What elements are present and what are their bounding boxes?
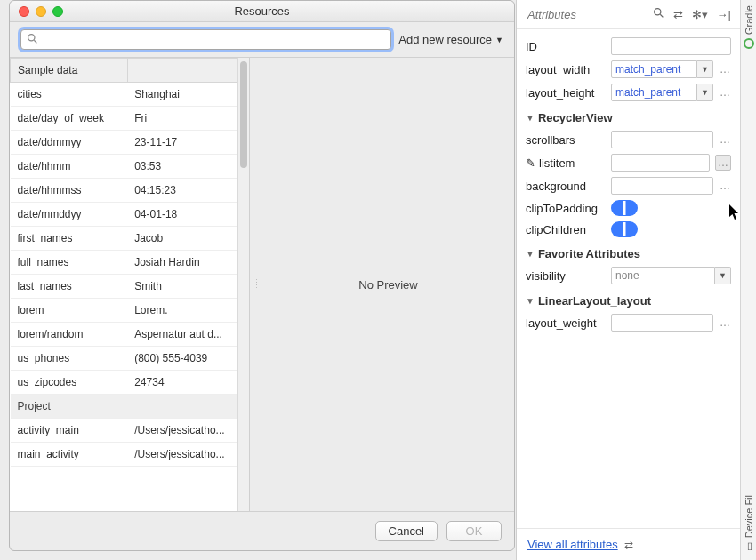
collapse-icon[interactable]: →| [717,8,731,21]
search-input[interactable] [21,30,390,49]
chevron-down-icon[interactable]: ▼ [715,267,731,284]
section-header[interactable]: ▼Favorite Attributes [526,240,731,264]
search-icon[interactable] [653,7,664,21]
dialog-body: Sample data citiesShanghaidate/day_of_we… [10,57,514,511]
table-row[interactable]: first_namesJacob [11,227,249,251]
attr-label: clipChildren [526,223,606,236]
chevron-down-icon[interactable]: ▼ [697,60,713,78]
disclosure-icon: ▼ [526,296,535,306]
section-title: RecyclerView [538,111,613,124]
attributes-title: Attributes [527,8,576,21]
window-controls [10,6,63,17]
add-new-resource-menu[interactable]: Add new resource ▼ [398,33,503,46]
cell-key: date/day_of_week [11,107,128,131]
dialog-footer: Cancel OK [10,511,514,550]
attr-input[interactable] [611,154,710,172]
svg-point-0 [28,34,35,40]
cell-value: 23-11-17 [127,131,248,155]
attr-label: ID [526,40,606,53]
gear-icon[interactable]: ✻▾ [692,8,708,21]
splitter[interactable]: ⋮⋮ [250,58,262,511]
dialog-toolbar: Add new resource ▼ [10,22,514,57]
more-icon[interactable]: … [715,155,731,171]
section-header[interactable]: ▼RecyclerView [526,104,731,128]
scrollbar-thumb[interactable] [240,61,247,168]
cell-key: us_phones [11,347,128,371]
table-row[interactable]: full_namesJosiah Hardin [11,251,249,275]
col-header-value[interactable] [127,59,248,83]
attr-row-layout-height: layout_height match_parent ▼ … [526,81,731,104]
table-row[interactable]: us_zipcodes24734 [11,371,249,395]
table-row[interactable]: last_namesSmith [11,275,249,299]
rail-item-gradle[interactable]: Gradle [744,5,754,49]
svg-line-1 [34,40,36,43]
cell-key: lorem [11,299,128,323]
rail-item-device-file[interactable]: ▯ Device Fil [743,495,754,553]
rail-label: Gradle [744,5,754,35]
attr-combo-layout-width[interactable]: match_parent ▼ [611,60,713,78]
more-icon[interactable]: … [719,316,731,329]
zoom-icon[interactable] [52,6,63,17]
col-header-name[interactable]: Sample data [11,59,128,83]
table-scroll[interactable]: Sample data citiesShanghaidate/day_of_we… [10,58,249,511]
disclosure-icon: ▼ [526,249,535,259]
cell-key: lorem/random [11,323,128,347]
more-icon[interactable]: … [719,133,731,146]
attr-input[interactable] [611,131,713,148]
view-all-attributes-link[interactable]: View all attributes [527,538,618,551]
attr-toggle[interactable] [611,221,638,237]
resource-table: Sample data citiesShanghaidate/day_of_we… [10,58,249,467]
table-row[interactable]: date/hhmmss04:15:23 [11,179,249,203]
chevron-down-icon[interactable]: ▼ [697,84,713,101]
table-row[interactable]: date/ddmmyy23-11-17 [11,131,249,155]
attributes-toolbar: ⇄ ✻▾ →| [653,7,731,21]
attr-label: layout_height [526,86,606,100]
table-row[interactable]: lorem/randomAspernatur aut d... [11,323,249,347]
attr-label: ✎listitem [526,156,606,170]
cell-value: Aspernatur aut d... [127,323,248,347]
table-row[interactable]: main_activity/Users/jessicatho... [11,443,249,467]
more-icon[interactable]: … [719,86,731,99]
cell-key: first_names [11,227,128,251]
table-row[interactable]: us_phones(800) 555-4039 [11,347,249,371]
table-row[interactable]: date/mmddyy04-01-18 [11,203,249,227]
pencil-icon: ✎ [526,156,535,170]
cell-value: Smith [127,275,248,299]
cell-value: Shanghai [127,83,248,107]
cell-value: 24734 [127,371,248,395]
attr-input-id[interactable] [611,37,731,55]
section-title: LinearLayout_layout [538,294,651,308]
attr-combo[interactable]: none▼ [611,267,731,284]
attr-value: match_parent [611,60,697,78]
cell-key: full_names [11,251,128,275]
cell-key: cities [11,83,128,107]
vertical-scrollbar[interactable] [237,58,249,511]
attr-input[interactable] [611,177,713,195]
disclosure-icon: ▼ [526,113,535,123]
table-row[interactable]: loremLorem. [11,299,249,323]
cell-key: date/hhmmss [11,179,128,203]
close-icon[interactable] [19,6,29,17]
cell-value: Fri [127,107,248,131]
attributes-panel: Attributes ⇄ ✻▾ →| ID layout_width match… [516,0,740,560]
section-header[interactable]: ▼LinearLayout_layout [526,287,731,311]
table-row[interactable]: date/hhmm03:53 [11,155,249,179]
attr-combo-layout-height[interactable]: match_parent ▼ [611,84,713,101]
table-row[interactable]: activity_main/Users/jessicatho... [11,419,249,443]
attr-value: none [611,267,715,284]
dialog-titlebar: Resources [10,1,514,22]
more-icon[interactable]: … [719,63,731,76]
attr-label: background [526,180,606,193]
attr-toggle[interactable] [611,200,638,216]
table-row[interactable]: citiesShanghai [11,83,249,107]
attr-label: visibility [526,269,606,283]
table-row[interactable]: date/day_of_weekFri [11,107,249,131]
swap-icon[interactable]: ⇄ [673,8,683,21]
attr-input[interactable] [611,314,713,332]
attr-row-visibility: visibilitynone▼ [526,264,731,287]
minimize-icon[interactable] [36,6,46,17]
add-new-resource-label: Add new resource [398,33,492,46]
more-icon[interactable]: … [719,180,731,192]
ok-button: OK [446,521,502,541]
cancel-button[interactable]: Cancel [375,521,438,541]
